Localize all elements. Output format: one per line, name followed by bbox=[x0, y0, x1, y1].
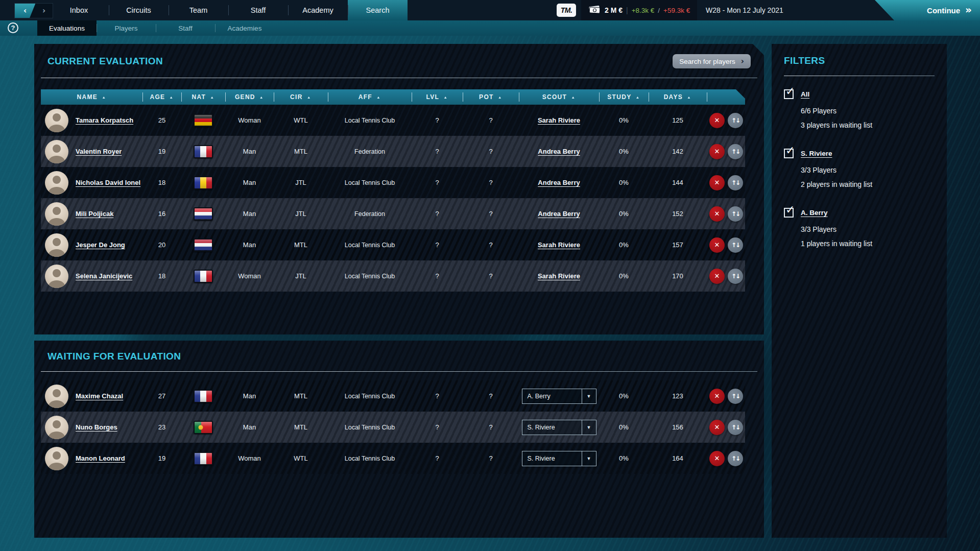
scout-name-link[interactable]: Sarah Riviere bbox=[538, 241, 580, 249]
back-button[interactable]: ‹ bbox=[15, 4, 35, 18]
gender-cell: Woman bbox=[225, 443, 274, 474]
affiliation-cell: Local Tennis Club bbox=[328, 105, 412, 136]
waiting-evaluation-rows: Maxime Chazal 27 Man MTL Local Tennis Cl… bbox=[41, 380, 745, 474]
filter-label-link[interactable]: All bbox=[801, 90, 809, 98]
reorder-button[interactable]: ↑↓ bbox=[728, 144, 743, 159]
filter-waiting-count: 1 players in waiting list bbox=[801, 239, 935, 248]
main-nav-tab[interactable]: Team bbox=[169, 0, 228, 20]
level-cell: ? bbox=[412, 105, 463, 136]
affiliation-cell: Federation bbox=[328, 136, 412, 167]
player-row: Selena Janicijevic 18 Woman JTL Local Te… bbox=[41, 260, 745, 292]
scout-select-dropdown[interactable]: S. Riviere ▼ bbox=[522, 420, 596, 435]
reorder-button[interactable]: ↑↓ bbox=[728, 389, 743, 404]
column-header[interactable]: AFF ▲ bbox=[328, 89, 412, 105]
remove-evaluation-button[interactable]: ✕ bbox=[709, 389, 725, 404]
scout-name-link[interactable]: Sarah Riviere bbox=[538, 272, 580, 280]
scout-name-link[interactable]: Sarah Riviere bbox=[538, 116, 580, 124]
main-nav-tab[interactable]: Inbox bbox=[49, 0, 109, 20]
player-name-link[interactable]: Valentin Royer bbox=[76, 148, 122, 155]
table-header: NAME ▲ AGE ▲ NAT ▲ GEND ▲ CIR ▲ AFF ▲ LV… bbox=[41, 89, 745, 105]
player-name-link[interactable]: Maxime Chazal bbox=[76, 392, 123, 400]
filter-label-link[interactable]: S. Riviere bbox=[801, 150, 832, 157]
remove-evaluation-button[interactable]: ✕ bbox=[709, 175, 725, 190]
player-avatar bbox=[45, 416, 68, 439]
circuit-cell: MTL bbox=[274, 229, 328, 260]
study-cell: 0% bbox=[599, 198, 649, 229]
remove-evaluation-button[interactable]: ✕ bbox=[709, 206, 725, 222]
sort-asc-icon: ▲ bbox=[259, 95, 264, 99]
column-header[interactable]: POT ▲ bbox=[463, 89, 519, 105]
column-header[interactable]: GEND ▲ bbox=[225, 89, 274, 105]
nationality-flag-icon bbox=[194, 270, 213, 283]
filter-checkbox[interactable]: ✓ bbox=[784, 89, 794, 99]
money-divider: | bbox=[626, 6, 628, 14]
sub-nav-tab[interactable]: Evaluations bbox=[37, 20, 97, 36]
filter-players-count: 3/3 Players bbox=[801, 225, 935, 233]
filter-checkbox[interactable]: ✓ bbox=[784, 149, 794, 158]
level-cell: ? bbox=[412, 198, 463, 229]
reorder-button[interactable]: ↑↓ bbox=[728, 237, 743, 253]
player-row: Tamara Korpatsch 25 Woman WTL Local Tenn… bbox=[41, 105, 745, 136]
column-header[interactable]: NAT ▲ bbox=[181, 89, 225, 105]
player-name-link[interactable]: Jesper De Jong bbox=[76, 241, 125, 249]
continue-button[interactable]: Continue » bbox=[875, 0, 980, 20]
circuit-cell: WTL bbox=[274, 105, 328, 136]
column-header[interactable]: DAYS ▲ bbox=[649, 89, 707, 105]
main-nav-tab[interactable]: Circuits bbox=[109, 0, 169, 20]
scout-name-link[interactable]: Andrea Berry bbox=[538, 148, 580, 155]
gender-cell: Man bbox=[225, 380, 274, 412]
potential-cell: ? bbox=[463, 198, 519, 229]
sub-nav-tab[interactable]: Staff bbox=[156, 20, 215, 36]
sort-asc-icon: ▲ bbox=[102, 95, 106, 99]
reorder-button[interactable]: ↑↓ bbox=[728, 451, 743, 466]
nationality-flag-icon bbox=[194, 176, 213, 189]
column-header[interactable]: NAME ▲ bbox=[41, 89, 142, 105]
remove-evaluation-button[interactable]: ✕ bbox=[709, 144, 725, 159]
player-name-link[interactable]: Mili Poljicak bbox=[76, 210, 113, 218]
remove-evaluation-button[interactable]: ✕ bbox=[709, 113, 725, 128]
help-icon[interactable]: ? bbox=[8, 22, 18, 33]
waiting-player-row: Nuno Borges 23 Man MTL Local Tennis Club… bbox=[41, 412, 745, 443]
remove-evaluation-button[interactable]: ✕ bbox=[709, 451, 725, 466]
remove-evaluation-button[interactable]: ✕ bbox=[709, 420, 725, 435]
column-header[interactable]: LVL ▲ bbox=[412, 89, 463, 105]
column-header[interactable]: SCOUT ▲ bbox=[519, 89, 599, 105]
player-name-link[interactable]: Selena Janicijevic bbox=[76, 272, 132, 280]
reorder-button[interactable]: ↑↓ bbox=[728, 175, 743, 190]
remove-evaluation-button[interactable]: ✕ bbox=[709, 237, 725, 253]
study-cell: 0% bbox=[599, 380, 649, 412]
player-name-link[interactable]: Nicholas David Ionel bbox=[76, 179, 140, 186]
main-nav-tab[interactable]: Search bbox=[348, 0, 408, 20]
reorder-button[interactable]: ↑↓ bbox=[728, 420, 743, 435]
player-name-link[interactable]: Manon Leonard bbox=[76, 454, 125, 462]
filter-checkbox[interactable]: ✓ bbox=[784, 208, 794, 218]
remove-evaluation-button[interactable]: ✕ bbox=[709, 269, 725, 284]
main-nav-tab[interactable]: Staff bbox=[228, 0, 288, 20]
affiliation-cell: Local Tennis Club bbox=[328, 443, 412, 474]
scout-select-dropdown[interactable]: S. Riviere ▼ bbox=[522, 451, 596, 466]
player-row: Mili Poljicak 16 Man JTL Federation ? ? … bbox=[41, 198, 745, 229]
column-header[interactable]: CIR ▲ bbox=[274, 89, 328, 105]
reorder-button[interactable]: ↑↓ bbox=[728, 206, 743, 222]
scout-name-link[interactable]: Andrea Berry bbox=[538, 210, 580, 218]
sub-nav-tab[interactable]: Academies bbox=[215, 20, 274, 36]
current-evaluation-title: CURRENT EVALUATION bbox=[47, 56, 163, 67]
game-date: W28 - Mon 12 July 2021 bbox=[706, 0, 783, 20]
main-nav-tab[interactable]: Academy bbox=[288, 0, 348, 20]
column-header[interactable]: STUDY ▲ bbox=[599, 89, 649, 105]
reorder-button[interactable]: ↑↓ bbox=[728, 269, 743, 284]
nationality-flag-icon bbox=[194, 390, 213, 403]
days-cell: 156 bbox=[649, 412, 707, 443]
divider bbox=[41, 371, 757, 372]
filter-label-link[interactable]: A. Berry bbox=[801, 209, 828, 217]
search-for-players-button[interactable]: Search for players › bbox=[673, 54, 751, 68]
reorder-button[interactable]: ↑↓ bbox=[728, 113, 743, 128]
player-name-link[interactable]: Tamara Korpatsch bbox=[76, 116, 133, 124]
sub-nav-tab[interactable]: Players bbox=[97, 20, 156, 36]
scout-name-link[interactable]: Andrea Berry bbox=[538, 179, 580, 186]
scout-select-dropdown[interactable]: A. Berry ▼ bbox=[522, 389, 596, 404]
column-header[interactable]: AGE ▲ bbox=[142, 89, 181, 105]
potential-cell: ? bbox=[463, 105, 519, 136]
player-name-link[interactable]: Nuno Borges bbox=[76, 423, 117, 431]
filter-group: ✓ A. Berry 3/3 Players 1 players in wait… bbox=[784, 208, 935, 248]
